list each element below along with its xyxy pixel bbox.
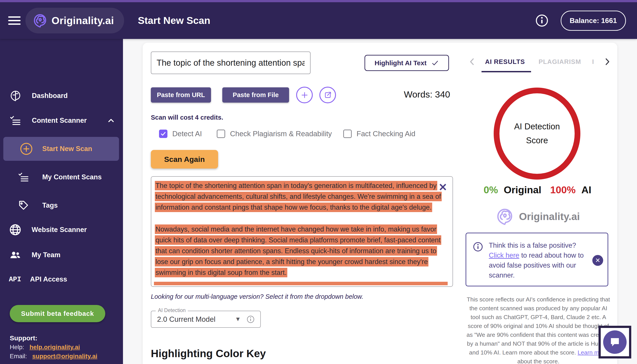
tab-clipped[interactable]: I [592, 58, 594, 66]
email-label: Email: [10, 352, 27, 361]
ai-detection-score-gauge: AI Detection Score [494, 88, 580, 180]
document-paragraph: Nowadays, social media and the internet … [155, 224, 449, 278]
checklist-icon [9, 114, 22, 127]
brain-logo-icon [495, 207, 514, 226]
false-positive-text: Think this is a false positive? Click he… [489, 240, 590, 280]
help-label: Help: [10, 342, 24, 352]
click-here-link[interactable]: Click here [489, 252, 519, 259]
checklist-icon [18, 171, 30, 183]
ai-percent: 100% [550, 184, 576, 196]
api-icon: API [9, 276, 21, 283]
tab-plagiarism[interactable]: PLAGIARISM [538, 58, 581, 66]
chevron-down-icon[interactable]: ▼ [235, 316, 241, 323]
app-header: Originality.ai Start New Scan Balance: 1… [0, 2, 637, 39]
page-title: Start New Scan [138, 15, 210, 26]
original-percent: 0% [484, 184, 498, 196]
sidebar-item-my-team[interactable]: My Team [0, 243, 123, 267]
sidebar-item-my-content-scans[interactable]: My Content Scans [0, 165, 123, 189]
check-icon [431, 59, 439, 67]
email-link[interactable]: support@originality.ai [32, 352, 97, 361]
info-icon [473, 242, 483, 252]
sidebar-item-label: Website Scanner [32, 226, 87, 234]
share-export-icon [324, 91, 332, 99]
sidebar-item-content-scanner[interactable]: Content Scanner [0, 108, 123, 133]
results-brand: Originality.ai [466, 207, 609, 226]
app-name: Originality.ai [52, 14, 114, 26]
clipped-highlight-line [154, 282, 448, 285]
close-icon[interactable]: ✕ [592, 255, 603, 266]
sidebar-item-label: API Access [30, 275, 67, 283]
add-scan-button[interactable] [296, 87, 313, 103]
sidebar-item-label: My Team [32, 251, 60, 259]
globe-icon [9, 223, 22, 236]
paste-from-file-button[interactable]: Paste from File [222, 87, 289, 102]
multi-language-note: Looking for our multi-language version? … [151, 293, 364, 300]
select-label: AI Detection [156, 308, 188, 313]
sidebar-item-tags[interactable]: Tags [0, 193, 123, 218]
document-paragraph: The topic of the shortening attention sp… [155, 180, 449, 213]
highlight-button-label: Highlight AI Text [375, 59, 427, 67]
sidebar-item-start-new-scan[interactable]: Start New Scan [3, 137, 119, 161]
checkbox-checked-icon[interactable] [159, 130, 168, 138]
checkbox-label: Check Plagiarism & Readability [230, 130, 332, 138]
document-textarea[interactable]: The topic of the shortening attention sp… [151, 176, 453, 287]
ai-label: AI [582, 184, 592, 196]
brand-name: Originality.ai [519, 210, 580, 222]
gauge-label-line1: AI Detection [514, 122, 560, 131]
tabs-prev-icon[interactable] [467, 57, 477, 68]
clear-text-icon[interactable]: ✕ [438, 182, 447, 192]
highlight-ai-text-button[interactable]: Highlight AI Text [364, 55, 449, 71]
sidebar-item-api-access[interactable]: API API Access [0, 267, 123, 292]
scan-title-input[interactable] [151, 52, 310, 74]
select-value: 2.0 Current Model [157, 315, 235, 324]
paste-from-url-button[interactable]: Paste from URL [151, 87, 211, 102]
chat-widget[interactable] [598, 326, 631, 358]
app-root: Originality.ai Start New Scan Balance: 1… [0, 0, 637, 364]
support-block: Support: Help: help.originality.ai Email… [10, 334, 97, 361]
people-icon [9, 248, 22, 262]
hamburger-menu-icon[interactable] [8, 16, 20, 25]
original-label: Original [504, 184, 541, 196]
balance-badge[interactable]: Balance: 1661 [561, 10, 626, 31]
ai-detection-model-select[interactable]: AI Detection 2.0 Current Model ▼ [151, 311, 261, 328]
model-info-icon[interactable] [246, 315, 254, 323]
checkbox-label: Detect AI [172, 130, 202, 138]
sidebar-nav: Dashboard Content Scanner [0, 39, 123, 364]
plus-icon [300, 91, 309, 100]
scan-card: Highlight AI Text Paste from URL Paste f… [143, 43, 617, 364]
checkbox-plagiarism-readability[interactable]: Check Plagiarism & Readability [217, 130, 332, 138]
chat-bubble-icon [603, 330, 626, 354]
sidebar-item-website-scanner[interactable]: Website Scanner [0, 218, 123, 242]
checkbox-fact-checking[interactable]: Fact Checking Aid [343, 130, 416, 138]
sidebar-item-label: Dashboard [32, 92, 68, 100]
brain-logo-icon [32, 12, 48, 28]
word-count: Words: 340 [373, 89, 450, 100]
sidebar-item-label: Content Scanner [32, 116, 87, 124]
sidebar-item-dashboard[interactable]: Dashboard [0, 84, 123, 108]
active-tab-underline [482, 71, 531, 72]
app-logo[interactable]: Originality.ai [26, 8, 124, 34]
tab-ai-results[interactable]: AI RESULTS [485, 58, 525, 66]
scan-again-button[interactable]: Scan Again [151, 150, 218, 168]
plus-circle-icon [20, 142, 33, 156]
info-icon[interactable] [535, 14, 548, 27]
brain-icon [9, 90, 22, 102]
score-summary: 0% Original 100% AI [466, 184, 609, 196]
checkbox-detect-ai[interactable]: Detect AI [159, 130, 202, 138]
tag-icon [18, 200, 29, 211]
export-share-button[interactable] [320, 87, 336, 103]
scan-cost-note: Scan will cost 4 credits. [151, 114, 223, 121]
chevron-up-icon[interactable] [106, 116, 116, 125]
sidebar-item-label: Tags [42, 202, 58, 210]
checkbox-unchecked-icon[interactable] [217, 130, 225, 138]
gauge-label-line2: Score [526, 136, 548, 145]
highlighting-color-key-heading: Highlighting Color Key [151, 348, 266, 360]
support-heading: Support: [10, 334, 97, 342]
false-positive-box: Think this is a false positive? Click he… [466, 233, 608, 286]
tabs-next-icon[interactable] [602, 57, 612, 68]
checkbox-unchecked-icon[interactable] [343, 130, 352, 138]
help-link[interactable]: help.originality.ai [30, 342, 80, 352]
submit-beta-feedback-button[interactable]: Submit beta feedback [10, 305, 105, 322]
sidebar-item-label: Start New Scan [42, 145, 92, 153]
score-explanation: This score reflects our AI's confidence … [466, 295, 610, 364]
